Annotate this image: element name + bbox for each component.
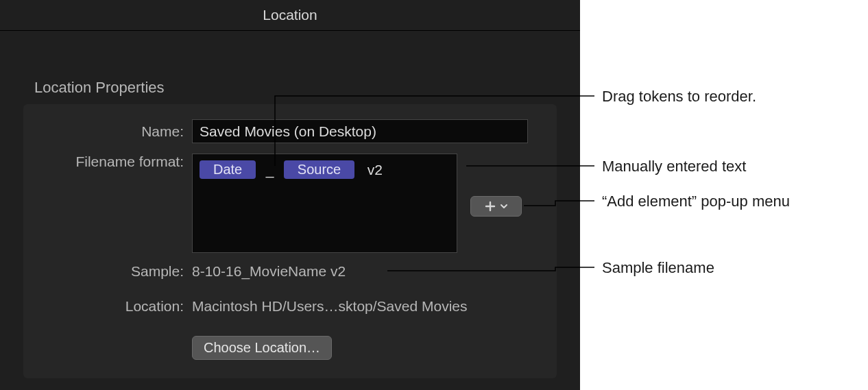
chevron-down-icon <box>500 202 508 210</box>
plus-icon <box>485 201 496 212</box>
name-label: Name: <box>23 123 192 140</box>
sample-value: 8-10-16_MovieName v2 <box>192 263 346 279</box>
filename-format-field[interactable]: Date _ Source v2 <box>192 154 457 253</box>
choose-row: Choose Location… <box>23 336 557 360</box>
annotation-add: “Add element” pop-up menu <box>602 193 790 210</box>
location-label: Location: <box>23 298 192 315</box>
section-heading: Location Properties <box>34 79 165 97</box>
token-date[interactable]: Date <box>200 160 256 179</box>
name-row: Name: <box>23 119 557 143</box>
token-separator: _ <box>259 162 281 178</box>
manual-text[interactable]: v2 <box>358 162 383 178</box>
annotation-drag: Drag tokens to reorder. <box>602 88 756 106</box>
token-source[interactable]: Source <box>284 160 354 179</box>
sample-label: Sample: <box>23 263 192 280</box>
properties-box: Name: Filename format: Date _ Source v2 <box>23 104 557 378</box>
annotation-manual: Manually entered text <box>602 158 746 175</box>
panel-title: Location <box>263 7 317 23</box>
choose-location-button[interactable]: Choose Location… <box>192 336 332 360</box>
annotation-sample: Sample filename <box>602 259 714 277</box>
location-row: Location: Macintosh HD/Users…sktop/Saved… <box>23 298 557 315</box>
add-element-button[interactable] <box>470 196 522 217</box>
location-value: Macintosh HD/Users…sktop/Saved Movies <box>192 298 467 314</box>
panel-header: Location <box>0 0 580 31</box>
sample-row: Sample: 8-10-16_MovieName v2 <box>23 263 557 280</box>
location-panel: Location Location Properties Name: Filen… <box>0 0 580 390</box>
format-label: Filename format: <box>23 154 192 170</box>
name-input[interactable] <box>192 119 528 143</box>
